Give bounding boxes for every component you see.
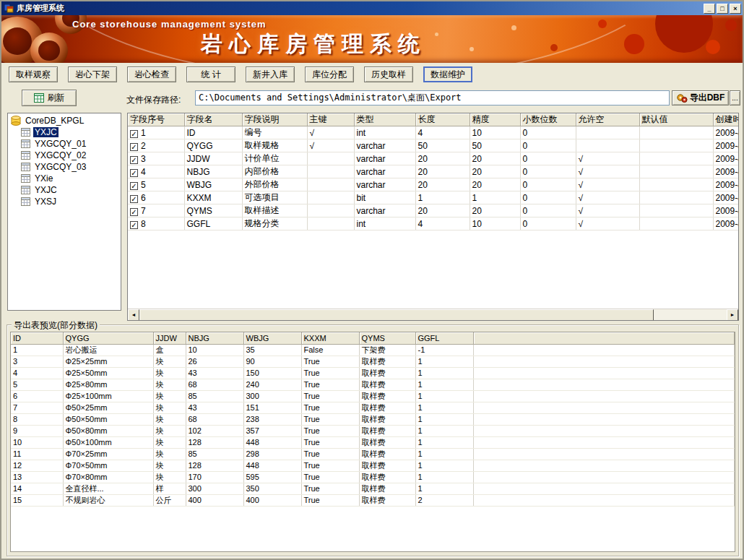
toolbar-button-1[interactable]: 取样观察	[9, 66, 58, 82]
field-checkbox[interactable]: ✓	[130, 169, 138, 177]
column-header[interactable]: GGFL	[415, 332, 473, 344]
decorative-dot	[624, 34, 644, 54]
tree-item-yxgcqy_03[interactable]: YXGCQY_03	[20, 161, 121, 173]
field-row[interactable]: ✓6KXXM可选项目bit110√2009-4	[128, 191, 738, 204]
cell: 10	[186, 344, 243, 356]
copper-ring-icon	[30, 33, 68, 63]
minimize-button[interactable]: _	[704, 4, 715, 14]
toolbar-button-5[interactable]: 新井入库	[246, 66, 295, 82]
preview-row[interactable]: 3Φ25×25mm块2690True取样费1	[11, 356, 735, 367]
tree-item-yxjc[interactable]: YXJC	[20, 126, 121, 138]
column-header[interactable]: NBJG	[186, 332, 243, 344]
column-header[interactable]: 长度	[415, 113, 470, 126]
field-row[interactable]: ✓2QYGG取样规格√varchar505002009-4	[128, 139, 738, 152]
tree-item-yxgcqy_01[interactable]: YXGCQY_01	[20, 138, 121, 150]
toolbar-button-2[interactable]: 岩心下架	[68, 66, 117, 82]
column-header[interactable]: 字段说明	[242, 113, 307, 126]
preview-row[interactable]: 6Φ25×100mm块85300True取样费1	[11, 390, 735, 402]
field-checkbox[interactable]: ✓	[130, 130, 138, 138]
field-row[interactable]: ✓7QYMS取样描述varchar20200√2009-4	[128, 204, 738, 217]
cell: 2009-4	[713, 178, 738, 191]
preview-row[interactable]: 13Φ70×80mm块170595True取样费1	[11, 471, 735, 483]
column-header[interactable]: QYMS	[359, 332, 415, 344]
browse-more-button[interactable]: ...	[730, 90, 740, 105]
cell: 1	[415, 379, 473, 390]
tree-item-yxjc[interactable]: YXJC	[20, 184, 121, 196]
field-checkbox[interactable]: ✓	[130, 221, 138, 229]
column-header[interactable]: QYGG	[63, 332, 153, 344]
field-checkbox[interactable]: ✓	[130, 156, 138, 164]
column-header[interactable]: 字段名	[184, 113, 242, 126]
column-header[interactable]: 主键	[307, 113, 354, 126]
app-window: 库房管理系统 _ □ × Core storehouse management …	[0, 0, 744, 560]
cell: QYMS	[184, 204, 242, 217]
close-button[interactable]: ×	[730, 4, 741, 14]
cell: 编号	[242, 126, 307, 139]
field-row[interactable]: ✓3JJDW计价单位varchar20200√2009-4	[128, 152, 738, 165]
toolbar-button-3[interactable]: 岩心检查	[127, 66, 176, 82]
field-checkbox[interactable]: ✓	[130, 208, 138, 216]
column-header[interactable]: JJDW	[153, 332, 186, 344]
field-checkbox[interactable]: ✓	[130, 182, 138, 190]
tree-item-yxgcqy_02[interactable]: YXGCQY_02	[20, 150, 121, 161]
preview-row[interactable]: 14全直径样...样300350True取样费1	[11, 483, 735, 494]
column-header[interactable]: 允许空	[576, 113, 639, 126]
export-path-input[interactable]	[195, 90, 670, 105]
cell: 13	[11, 471, 63, 483]
scroll-right-button[interactable]: ►	[727, 309, 738, 321]
field-row[interactable]: ✓1ID编号√int41002009-4	[128, 126, 738, 139]
cell: 298	[243, 448, 301, 460]
cell: WBJG	[184, 178, 242, 191]
export-dbf-button[interactable]: 导出DBF	[672, 90, 729, 105]
tree-item-yxie[interactable]: YXie	[20, 173, 121, 184]
action-row: 刷新 文件保存路径: 导出DBF ...	[1, 87, 743, 110]
field-row[interactable]: ✓4NBJG内部价格varchar20200√2009-4	[128, 165, 738, 178]
scrollbar-thumb[interactable]	[139, 309, 654, 321]
preview-row[interactable]: 7Φ50×25mm块43151True取样费1	[11, 402, 735, 413]
preview-row[interactable]: 10Φ50×100mm块128448True取样费1	[11, 436, 735, 448]
horizontal-scrollbar[interactable]: ◄ ►	[128, 309, 738, 320]
maximize-button[interactable]: □	[717, 4, 728, 14]
preview-row[interactable]: 12Φ70×50mm块128448True取样费1	[11, 460, 735, 471]
preview-row[interactable]: 15不规则岩心公斤400400True取样费2	[11, 494, 735, 506]
toolbar-button-6[interactable]: 库位分配	[305, 66, 354, 82]
column-header[interactable]: 字段序号	[128, 113, 184, 126]
tree-root[interactable]: CoreDB_KPGL	[9, 115, 121, 126]
column-header[interactable]: KXXM	[301, 332, 359, 344]
column-header[interactable]: 精度	[470, 113, 520, 126]
column-header[interactable]: WBJG	[243, 332, 301, 344]
toolbar-button-4[interactable]: 统 计	[186, 66, 235, 82]
column-header[interactable]: 小数位数	[520, 113, 576, 126]
toolbar-button-8[interactable]: 数据维护	[423, 66, 472, 82]
titlebar[interactable]: 库房管理系统 _ □ ×	[1, 1, 743, 15]
cell	[307, 204, 354, 217]
column-header[interactable]: 默认值	[639, 113, 713, 126]
column-header[interactable]: 创建时	[713, 113, 738, 126]
column-header[interactable]: ID	[11, 332, 63, 344]
cell: 1	[415, 191, 470, 204]
scrollbar-track[interactable]	[139, 309, 727, 320]
refresh-button[interactable]: 刷新	[22, 90, 77, 106]
scroll-left-button[interactable]: ◄	[128, 309, 139, 321]
field-row[interactable]: ✓5WBJG外部价格varchar20200√2009-4	[128, 178, 738, 191]
field-row[interactable]: ✓8GGFL规格分类int4100√2009-4	[128, 217, 738, 231]
preview-row[interactable]: 8Φ50×50mm块68238True取样费1	[11, 413, 735, 425]
preview-row[interactable]: 11Φ70×25mm块85298True取样费1	[11, 448, 735, 460]
field-checkbox[interactable]: ✓	[130, 143, 138, 151]
preview-row[interactable]: 4Φ25×50mm块43150True取样费1	[11, 367, 735, 379]
cell: 238	[243, 413, 301, 425]
cell: 20	[470, 178, 520, 191]
preview-row[interactable]: 1岩心搬运盒1035False下架费-1	[11, 344, 735, 356]
cell: varchar	[354, 178, 415, 191]
column-header[interactable]: 类型	[354, 113, 415, 126]
cell: 4	[415, 217, 470, 231]
cell: 151	[243, 402, 301, 413]
column-header[interactable]	[473, 332, 735, 344]
cell: True	[301, 356, 359, 367]
field-checkbox[interactable]: ✓	[130, 195, 138, 203]
toolbar-button-7[interactable]: 历史取样	[364, 66, 413, 82]
tree-item-yxsj[interactable]: YXSJ	[20, 196, 121, 207]
cell: 11	[11, 448, 63, 460]
preview-row[interactable]: 5Φ25×80mm块68240True取样费1	[11, 379, 735, 390]
preview-row[interactable]: 9Φ50×80mm块102357True取样费1	[11, 425, 735, 436]
